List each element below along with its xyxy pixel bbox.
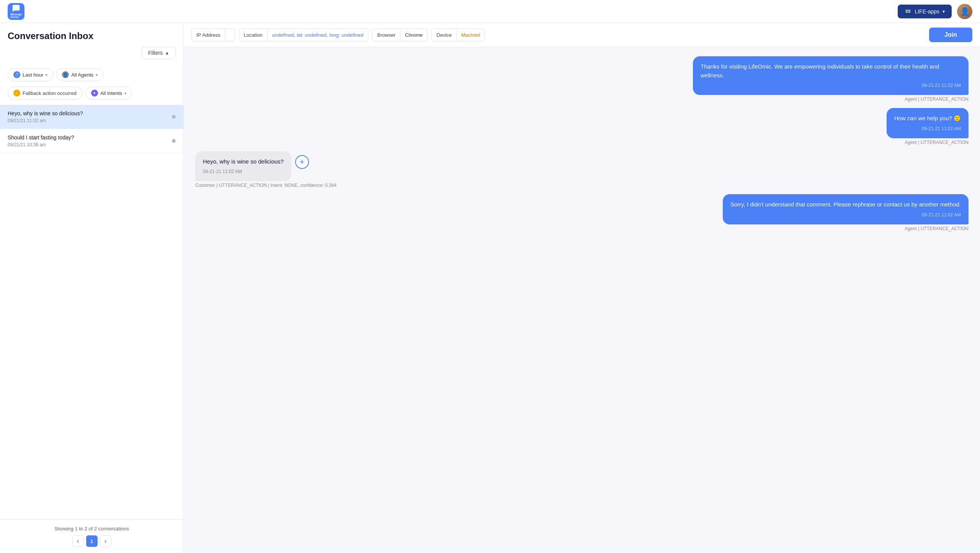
ip-address-value <box>225 29 235 41</box>
main-content: IP Address Location undefined, lat: unde… <box>184 23 980 553</box>
intents-filter-label: All Intents <box>100 90 122 96</box>
fallback-filter-tag[interactable]: ⚡ Fallback action occurred <box>8 87 82 100</box>
message-bubble-2: How can we help you? 🙂 09-21-21 11:02 AM <box>887 108 969 138</box>
agents-filter-label: All Agents <box>71 72 93 78</box>
time-filter-label: Last hour <box>23 72 43 78</box>
message-4: Sorry, I didn't understand that comment.… <box>195 194 969 231</box>
detail-header: IP Address Location undefined, lat: unde… <box>184 23 980 47</box>
message-1: Thanks for visiting LifeOmic. We are emp… <box>195 56 969 102</box>
next-page-button[interactable]: › <box>100 535 111 547</box>
agents-filter-pill[interactable]: 👤 All Agents ▾ <box>56 68 103 81</box>
life-apps-chevron: ▾ <box>942 9 945 14</box>
apps-icon <box>905 8 911 15</box>
page-title: Conversation Inbox <box>8 31 176 41</box>
message-attribution-2: Agent | UTTERANCE_ACTION <box>905 140 969 145</box>
fallback-filter-label: Fallback action occurred <box>23 90 77 96</box>
sidebar: Conversation Inbox Filters ▲ ⏱ Last hour… <box>0 23 184 553</box>
page-1-button[interactable]: 1 <box>86 535 98 547</box>
pagination-text: Showing 1 to 2 of 2 conversations <box>6 526 177 532</box>
life-apps-button[interactable]: LIFE-apps ▾ <box>898 5 952 18</box>
browser-value: Chrome <box>400 29 427 41</box>
ip-address-label: IP Address <box>192 29 225 41</box>
intents-filter-chevron: ▾ <box>124 91 126 95</box>
message-attribution-1: Agent | UTTERANCE_ACTION <box>905 97 969 102</box>
convo-message-2: Should I start fasting today? <box>8 134 176 141</box>
convo-item-2[interactable]: Should I start fasting today? 09/21/21 1… <box>0 129 183 153</box>
pagination: Showing 1 to 2 of 2 conversations ‹ 1 › <box>0 519 183 553</box>
message-time-3: 09-21-21 11:02 AM <box>203 168 284 175</box>
convo-message-1: Heyo, why is wine so delicious? <box>8 110 176 116</box>
convo-dot-1 <box>172 115 176 119</box>
device-value: MacIntel <box>457 29 485 41</box>
message-bubble-3: Heyo, why is wine so delicious? 09-21-21… <box>195 151 291 182</box>
prev-page-button[interactable]: ‹ <box>72 535 84 547</box>
avatar[interactable]: 👤 <box>957 4 972 19</box>
intents-filter-pill[interactable]: ✦ All Intents ▾ <box>85 87 132 100</box>
conversation-list: Heyo, why is wine so delicious? 09/21/21… <box>0 105 183 519</box>
time-filter-pill[interactable]: ⏱ Last hour ▾ <box>8 68 53 81</box>
filters-label: Filters <box>148 50 163 56</box>
location-value: undefined, lat: undefined, long: undefin… <box>268 29 368 41</box>
convo-time-1: 09/21/21 11:02 am <box>8 118 176 123</box>
message-icon <box>12 4 20 13</box>
app-name-label: MessageCenter <box>10 13 22 18</box>
convo-time-2: 09/21/21 10:38 am <box>8 142 176 147</box>
device-tag: Device MacIntel <box>431 28 485 41</box>
browser-tag: Browser Chrome <box>372 28 428 41</box>
message-bubble-4: Sorry, I didn't understand that comment.… <box>723 194 969 224</box>
app-logo: MessageCenter <box>8 3 24 20</box>
ip-address-tag: IP Address <box>191 28 235 41</box>
message-3: Heyo, why is wine so delicious? 09-21-21… <box>195 151 969 188</box>
location-tag: Location undefined, lat: undefined, long… <box>239 28 369 41</box>
life-apps-label: LIFE-apps <box>915 8 939 15</box>
device-label: Device <box>432 29 457 41</box>
intents-icon: ✦ <box>91 90 98 97</box>
message-attribution-3: Customer | UTTERANCE_ACTION | intent: NO… <box>195 183 336 188</box>
agents-filter-chevron: ▾ <box>96 73 98 77</box>
chat-area: Thanks for visiting LifeOmic. We are emp… <box>184 47 980 553</box>
browser-label: Browser <box>372 29 400 41</box>
fallback-icon: ⚡ <box>13 90 20 97</box>
location-label: Location <box>239 29 268 41</box>
topnav: MessageCenter LIFE-apps ▾ 👤 <box>0 0 980 23</box>
message-2: How can we help you? 🙂 09-21-21 11:02 AM… <box>195 108 969 145</box>
add-action-button[interactable]: + <box>295 155 309 169</box>
time-filter-chevron: ▾ <box>46 73 47 77</box>
message-time-4: 09-21-21 11:02 AM <box>730 211 961 218</box>
filters-chevron: ▲ <box>165 51 169 55</box>
convo-item-1[interactable]: Heyo, why is wine so delicious? 09/21/21… <box>0 105 183 129</box>
message-time-1: 09-21-21 11:02 AM <box>701 82 961 89</box>
join-button[interactable]: Join <box>929 28 972 42</box>
clock-icon: ⏱ <box>13 71 20 78</box>
message-bubble-1: Thanks for visiting LifeOmic. We are emp… <box>693 56 969 95</box>
filters-button[interactable]: Filters ▲ <box>142 47 176 59</box>
convo-dot-2 <box>172 139 176 143</box>
message-time-2: 09-21-21 11:02 AM <box>894 125 961 132</box>
message-attribution-4: Agent | UTTERANCE_ACTION <box>905 226 969 231</box>
agents-icon: 👤 <box>62 71 69 78</box>
